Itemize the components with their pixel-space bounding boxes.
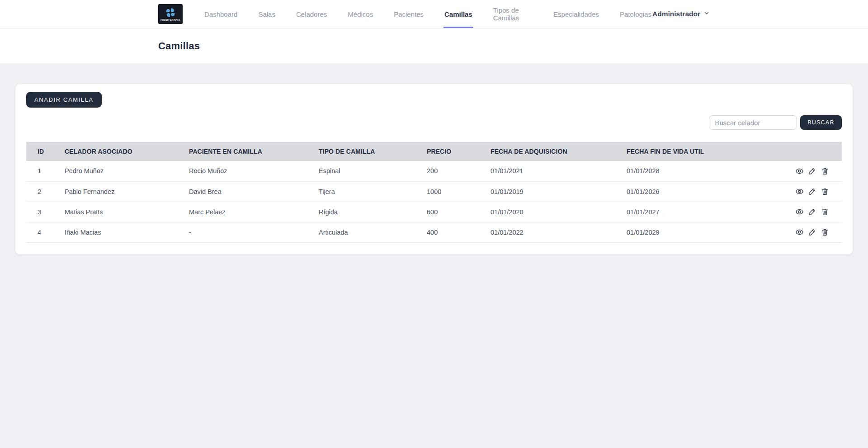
eye-icon[interactable] bbox=[795, 207, 804, 216]
trash-icon[interactable] bbox=[821, 228, 829, 236]
cell-fecha-adquisicion: 01/01/2019 bbox=[491, 181, 627, 202]
col-header-precio: PRECIO bbox=[427, 142, 491, 161]
pencil-icon[interactable] bbox=[808, 167, 816, 175]
main-content: AÑADIR CAMILLA BUSCAR ID CELADOR ASOCIAD… bbox=[0, 63, 868, 255]
cell-fecha-fin: 01/01/2028 bbox=[627, 161, 789, 181]
col-header-fecha-fin: FECHA FIN DE VIDA UTIL bbox=[627, 142, 789, 161]
app-logo[interactable]: FISIOTERAPIA bbox=[158, 4, 183, 24]
nav-item-salas[interactable]: Salas bbox=[257, 0, 276, 28]
pinwheel-icon bbox=[165, 7, 176, 18]
camillas-card: AÑADIR CAMILLA BUSCAR ID CELADOR ASOCIAD… bbox=[15, 84, 853, 255]
col-header-id: ID bbox=[26, 142, 65, 161]
cell-paciente: Marc Pelaez bbox=[189, 202, 319, 222]
cell-tipo: Rígida bbox=[319, 202, 427, 222]
cell-celador: Iñaki Macias bbox=[65, 222, 189, 242]
eye-icon[interactable] bbox=[795, 187, 804, 196]
cell-tipo: Tijera bbox=[319, 181, 427, 202]
cell-precio: 1000 bbox=[427, 181, 491, 202]
table-row: 1 Pedro Muñoz Rocio Muñoz Espinal 200 01… bbox=[26, 161, 842, 181]
nav-item-tipos-de-camillas[interactable]: Tipos de Camillas bbox=[492, 0, 533, 28]
nav-item-especialidades[interactable]: Especialidades bbox=[552, 0, 600, 28]
cell-tipo: Espinal bbox=[319, 161, 427, 181]
col-header-paciente: PACIENTE EN CAMILLA bbox=[189, 142, 319, 161]
top-navbar: FISIOTERAPIA Dashboard Salas Celadores M… bbox=[0, 0, 868, 28]
cell-id: 2 bbox=[26, 181, 65, 202]
eye-icon[interactable] bbox=[795, 167, 804, 175]
row-actions bbox=[789, 161, 842, 181]
cell-celador: Pablo Fernandez bbox=[65, 181, 189, 202]
row-actions bbox=[789, 181, 842, 202]
cell-precio: 600 bbox=[427, 202, 491, 222]
trash-icon[interactable] bbox=[821, 167, 829, 175]
user-menu-dropdown[interactable]: Administrador bbox=[652, 10, 710, 18]
nav-item-dashboard[interactable]: Dashboard bbox=[203, 0, 238, 28]
cell-paciente: David Brea bbox=[189, 181, 319, 202]
cell-id: 1 bbox=[26, 161, 65, 181]
main-nav: Dashboard Salas Celadores Médicos Pacien… bbox=[203, 0, 652, 28]
table-row: 2 Pablo Fernandez David Brea Tijera 1000… bbox=[26, 181, 842, 202]
cell-fecha-fin: 01/01/2027 bbox=[627, 202, 789, 222]
cell-precio: 400 bbox=[427, 222, 491, 242]
cell-id: 3 bbox=[26, 202, 65, 222]
table-row: 3 Matias Pratts Marc Pelaez Rígida 600 0… bbox=[26, 202, 842, 222]
cell-fecha-fin: 01/01/2026 bbox=[627, 181, 789, 202]
search-input[interactable] bbox=[709, 115, 797, 130]
add-camilla-button[interactable]: AÑADIR CAMILLA bbox=[26, 92, 102, 108]
pencil-icon[interactable] bbox=[808, 187, 816, 196]
camillas-table: ID CELADOR ASOCIADO PACIENTE EN CAMILLA … bbox=[26, 142, 842, 243]
table-header-row: ID CELADOR ASOCIADO PACIENTE EN CAMILLA … bbox=[26, 142, 842, 161]
cell-celador: Pedro Muñoz bbox=[65, 161, 189, 181]
cell-precio: 200 bbox=[427, 161, 491, 181]
cell-tipo: Articulada bbox=[319, 222, 427, 242]
logo-text: FISIOTERAPIA bbox=[160, 19, 180, 21]
cell-id: 4 bbox=[26, 222, 65, 242]
nav-item-patologias[interactable]: Patologias bbox=[619, 0, 652, 28]
page-title-bar: Camillas bbox=[0, 28, 868, 63]
nav-item-camillas[interactable]: Camillas bbox=[443, 0, 473, 28]
page-title: Camillas bbox=[158, 40, 200, 52]
pencil-icon[interactable] bbox=[808, 228, 816, 236]
cell-celador: Matias Pratts bbox=[65, 202, 189, 222]
row-actions bbox=[789, 222, 842, 242]
trash-icon[interactable] bbox=[821, 187, 829, 196]
col-header-celador: CELADOR ASOCIADO bbox=[65, 142, 189, 161]
col-header-actions bbox=[789, 142, 842, 161]
search-row: BUSCAR bbox=[26, 115, 842, 130]
cell-fecha-adquisicion: 01/01/2020 bbox=[491, 202, 627, 222]
chevron-down-icon bbox=[703, 10, 710, 18]
search-button[interactable]: BUSCAR bbox=[800, 115, 842, 130]
trash-icon[interactable] bbox=[821, 207, 829, 216]
cell-paciente: Rocio Muñoz bbox=[189, 161, 319, 181]
table-row: 4 Iñaki Macias - Articulada 400 01/01/20… bbox=[26, 222, 842, 242]
eye-icon[interactable] bbox=[795, 228, 804, 236]
cell-paciente: - bbox=[189, 222, 319, 242]
cell-fecha-fin: 01/01/2029 bbox=[627, 222, 789, 242]
cell-fecha-adquisicion: 01/01/2021 bbox=[491, 161, 627, 181]
row-actions bbox=[789, 202, 842, 222]
nav-item-celadores[interactable]: Celadores bbox=[295, 0, 328, 28]
nav-item-pacientes[interactable]: Pacientes bbox=[393, 0, 425, 28]
pencil-icon[interactable] bbox=[808, 207, 816, 216]
nav-item-medicos[interactable]: Médicos bbox=[347, 0, 374, 28]
cell-fecha-adquisicion: 01/01/2022 bbox=[491, 222, 627, 242]
user-menu-label: Administrador bbox=[652, 10, 700, 18]
col-header-fecha-adquisicion: FECHA DE ADQUISICION bbox=[491, 142, 627, 161]
col-header-tipo: TIPO DE CAMILLA bbox=[319, 142, 427, 161]
